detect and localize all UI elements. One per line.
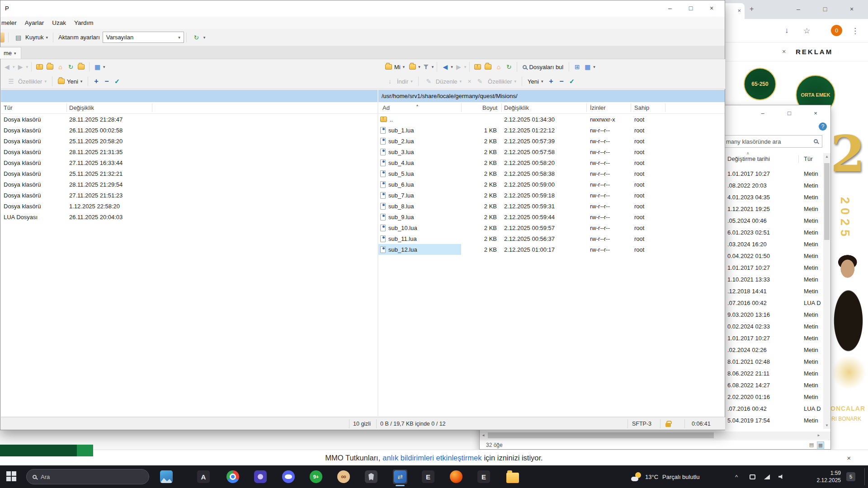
bookmark-star-icon[interactable]: ☆ bbox=[803, 26, 810, 36]
downloads-icon[interactable]: ↓ bbox=[785, 26, 789, 35]
directory-dropdown[interactable]: Mi ▾ bbox=[383, 63, 407, 71]
table-row[interactable]: Dosya klasörü27.11.2025 16:33:44 bbox=[1, 157, 377, 168]
edit-button[interactable]: ✎ Düzenle ▾ bbox=[422, 76, 464, 87]
chevron-down-icon[interactable]: ▾ bbox=[593, 65, 595, 69]
column-header-modified[interactable]: Değiştirme tarihi bbox=[727, 155, 770, 162]
new-folder-icon[interactable] bbox=[76, 62, 86, 72]
list-item[interactable]: 1.10.2021 13:33Metin bbox=[727, 273, 823, 285]
list-item[interactable]: 2.02.2020 01:16Metin bbox=[727, 391, 823, 403]
taskbar-pretzel-icon[interactable] bbox=[336, 469, 351, 484]
help-icon[interactable]: ? bbox=[819, 122, 827, 131]
start-button[interactable] bbox=[6, 471, 16, 481]
table-row[interactable]: Dosya klasörü26.11.2025 00:02:58 bbox=[1, 125, 377, 136]
browser-maximize-button[interactable]: □ bbox=[818, 3, 832, 15]
list-item[interactable]: 4.01.2023 04:35Metin bbox=[727, 191, 823, 203]
table-row[interactable]: sub_6.lua2 KB2.12.2025 00:59:00rw-r--r--… bbox=[378, 179, 725, 190]
back-icon[interactable]: ◀ bbox=[440, 62, 450, 72]
profile-avatar[interactable]: 0 bbox=[831, 25, 842, 36]
table-row[interactable]: Dosya klasörü25.11.2025 21:32:21 bbox=[1, 168, 377, 179]
table-row[interactable]: sub_5.lua2 KB2.12.2025 00:58:38rw-r--r--… bbox=[378, 168, 725, 179]
notification-close-icon[interactable]: × bbox=[847, 454, 851, 462]
properties-button[interactable]: Özellikler ▾ bbox=[486, 77, 519, 86]
view-style-icon[interactable]: ▦ bbox=[583, 62, 592, 72]
taskbar-firefox-icon[interactable] bbox=[449, 469, 463, 484]
properties-button[interactable]: ☰ Özellikler ▾ bbox=[4, 76, 49, 87]
chevron-down-icon[interactable]: ▾ bbox=[418, 65, 420, 69]
column-divider[interactable] bbox=[798, 155, 799, 163]
column-divider[interactable] bbox=[66, 103, 67, 112]
menu-item[interactable]: Ayarlar bbox=[21, 19, 48, 26]
tab-close-icon[interactable]: × bbox=[737, 7, 741, 14]
protocol-label[interactable]: SFTP-3 bbox=[632, 421, 651, 427]
download-button[interactable]: ↓ İndir ▾ bbox=[383, 76, 415, 87]
home-directory-icon[interactable]: ⌂ bbox=[56, 62, 65, 72]
taskbar-photos-icon[interactable] bbox=[159, 469, 174, 484]
column-header-permissions[interactable]: İzinler bbox=[590, 104, 606, 111]
new-button[interactable]: Yeni ▾ bbox=[525, 77, 545, 86]
local-path-bar[interactable] bbox=[1, 90, 377, 102]
table-row[interactable]: sub_1.lua1 KB2.12.2025 01:22:12rw-r--r--… bbox=[378, 125, 725, 136]
list-item[interactable]: .02.2024 02:26Metin bbox=[727, 344, 823, 356]
vertical-scrollbar[interactable]: ▲ ▼ bbox=[823, 153, 830, 429]
volume-icon[interactable] bbox=[778, 465, 785, 488]
select-minus-icon[interactable]: − bbox=[102, 77, 111, 86]
chevron-down-icon[interactable]: ▾ bbox=[103, 65, 105, 69]
column-header-owner[interactable]: Sahip bbox=[634, 104, 649, 111]
list-item[interactable]: 5.04.2019 17:54Metin bbox=[727, 414, 823, 426]
table-row[interactable]: Dosya klasörü28.11.2025 21:28:47 bbox=[1, 114, 377, 125]
taskbar-editor-e-icon[interactable] bbox=[421, 469, 435, 484]
refresh-icon[interactable]: ↻ bbox=[66, 62, 75, 72]
list-item[interactable]: .07.2016 00:42LUA D bbox=[727, 297, 823, 309]
tray-chevron-icon[interactable]: ^ bbox=[735, 465, 738, 488]
network-icon[interactable] bbox=[764, 465, 770, 488]
taskbar-file-explorer-icon[interactable] bbox=[505, 469, 520, 484]
column-header-modified[interactable]: Değişiklik bbox=[69, 104, 94, 111]
explorer-close-button[interactable]: × bbox=[811, 109, 820, 118]
scroll-up-icon[interactable]: ▲ bbox=[825, 155, 829, 159]
table-row[interactable]: Dosya klasörü28.11.2025 21:29:54 bbox=[1, 179, 377, 190]
chevron-down-icon[interactable]: ▾ bbox=[451, 65, 453, 69]
table-row[interactable]: Dosya klasörü25.11.2025 20:58:20 bbox=[1, 136, 377, 146]
taskbar-editor-e2-icon[interactable] bbox=[476, 469, 491, 484]
column-header-name[interactable]: Ad bbox=[382, 104, 390, 111]
filter-icon[interactable] bbox=[421, 62, 431, 72]
table-row[interactable]: Dosya klasörü27.11.2025 21:51:23 bbox=[1, 190, 377, 201]
home-directory-icon[interactable]: ⌂ bbox=[494, 62, 503, 72]
list-item[interactable]: 8.06.2022 21:11Metin bbox=[727, 367, 823, 379]
tray-app-icon[interactable] bbox=[750, 465, 755, 488]
explorer-maximize-button[interactable]: □ bbox=[785, 109, 794, 118]
list-item[interactable]: 1.01.2017 10:27Metin bbox=[727, 332, 823, 344]
select-minus-icon[interactable]: − bbox=[557, 77, 566, 86]
tree-view-icon[interactable]: ⊞ bbox=[572, 62, 582, 72]
column-header-size[interactable]: Boyut bbox=[482, 104, 497, 111]
weather-widget[interactable]: 13°C Parçalı bulutlu bbox=[631, 465, 699, 488]
forward-icon[interactable]: ▶ bbox=[454, 62, 463, 72]
column-header-modified[interactable]: Değişiklik bbox=[504, 104, 529, 111]
table-row[interactable]: sub_8.lua2 KB2.12.2025 00:59:31rw-r--r--… bbox=[378, 201, 725, 211]
notification-link[interactable]: anlık bildirimleri etkinleştirmek bbox=[382, 454, 481, 462]
table-row[interactable]: sub_9.lua2 KB2.12.2025 00:59:44rw-r--r--… bbox=[378, 211, 725, 222]
table-row[interactable]: sub_3.lua2 KB2.12.2025 00:57:58rw-r--r--… bbox=[378, 146, 725, 157]
back-icon[interactable]: ◀ bbox=[2, 62, 12, 72]
forward-icon[interactable]: ▶ bbox=[16, 62, 25, 72]
column-divider[interactable] bbox=[152, 103, 152, 112]
table-row[interactable]: Dosya klasörü1.12.2025 22:58:20 bbox=[1, 201, 377, 211]
select-plus-icon[interactable]: + bbox=[546, 77, 556, 86]
list-item[interactable]: 1.01.2017 10:27Metin bbox=[727, 262, 823, 273]
details-view-toggle-icon[interactable]: ▦ bbox=[817, 441, 824, 449]
session-tab[interactable]: me ▾ bbox=[0, 47, 21, 59]
chevron-down-icon[interactable]: ▾ bbox=[432, 65, 434, 69]
taskbar-chrome-icon[interactable] bbox=[226, 469, 240, 484]
table-row[interactable]: sub_12.lua2 KB2.12.2025 01:00:17rw-r--r-… bbox=[378, 244, 725, 255]
taskbar-messages-icon[interactable]: 9+ bbox=[309, 469, 323, 484]
list-item[interactable]: 0.04.2022 01:50Metin bbox=[727, 250, 823, 262]
notification-count-badge[interactable]: 5 bbox=[846, 472, 855, 481]
explorer-search-input[interactable]: many klasöründe ara bbox=[722, 135, 822, 148]
browser-menu-icon[interactable]: ⋮ bbox=[851, 26, 859, 36]
browser-minimize-button[interactable]: – bbox=[792, 3, 805, 15]
taskbar-clock[interactable]: 1:59 2.12.2025 bbox=[801, 465, 841, 488]
column-divider[interactable] bbox=[631, 103, 631, 112]
table-row[interactable]: LUA Dosyası26.11.2025 20:04:03 bbox=[1, 211, 377, 222]
taskbar-winscp-icon[interactable] bbox=[393, 469, 407, 484]
new-button[interactable]: Yeni ▾ bbox=[56, 77, 85, 86]
